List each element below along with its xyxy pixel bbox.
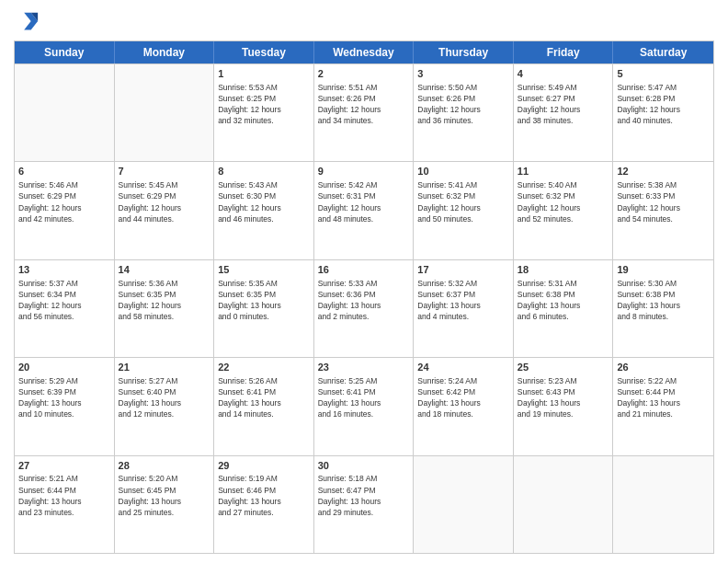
calendar-cell	[414, 456, 514, 553]
calendar-cell: 21Sunrise: 5:27 AM Sunset: 6:40 PM Dayli…	[115, 358, 215, 454]
day-number: 3	[417, 67, 509, 81]
calendar-row: 1Sunrise: 5:53 AM Sunset: 6:25 PM Daylig…	[15, 63, 713, 161]
cell-text: Sunrise: 5:42 AM Sunset: 6:31 PM Dayligh…	[318, 180, 381, 223]
logo-icon	[14, 9, 40, 35]
cell-text: Sunrise: 5:41 AM Sunset: 6:32 PM Dayligh…	[417, 180, 481, 223]
cell-text: Sunrise: 5:24 AM Sunset: 6:42 PM Dayligh…	[417, 376, 481, 419]
calendar-header-cell: Saturday	[613, 41, 713, 63]
calendar-cell: 22Sunrise: 5:26 AM Sunset: 6:41 PM Dayli…	[214, 358, 314, 454]
cell-text: Sunrise: 5:25 AM Sunset: 6:41 PM Dayligh…	[318, 376, 381, 419]
cell-text: Sunrise: 5:38 AM Sunset: 6:33 PM Dayligh…	[617, 180, 680, 223]
calendar-cell: 8Sunrise: 5:43 AM Sunset: 6:30 PM Daylig…	[214, 162, 314, 259]
calendar-header-cell: Monday	[115, 41, 215, 63]
day-number: 22	[218, 361, 310, 374]
calendar-cell: 30Sunrise: 5:18 AM Sunset: 6:47 PM Dayli…	[314, 456, 415, 553]
calendar-cell: 27Sunrise: 5:21 AM Sunset: 6:44 PM Dayli…	[15, 456, 115, 553]
calendar-cell: 4Sunrise: 5:49 AM Sunset: 6:27 PM Daylig…	[514, 64, 614, 161]
day-number: 7	[119, 165, 210, 178]
day-number: 9	[318, 165, 410, 178]
calendar-cell: 24Sunrise: 5:24 AM Sunset: 6:42 PM Dayli…	[414, 358, 514, 454]
calendar-cell: 15Sunrise: 5:35 AM Sunset: 6:35 PM Dayli…	[214, 260, 314, 357]
cell-text: Sunrise: 5:50 AM Sunset: 6:26 PM Dayligh…	[417, 83, 481, 125]
cell-text: Sunrise: 5:22 AM Sunset: 6:44 PM Dayligh…	[617, 376, 680, 419]
day-number: 29	[218, 459, 310, 473]
day-number: 5	[617, 67, 710, 81]
cell-text: Sunrise: 5:26 AM Sunset: 6:41 PM Dayligh…	[218, 376, 281, 419]
day-number: 19	[617, 263, 710, 277]
day-number: 2	[318, 67, 410, 81]
cell-text: Sunrise: 5:30 AM Sunset: 6:38 PM Dayligh…	[617, 279, 680, 321]
calendar-cell	[15, 64, 115, 161]
day-number: 18	[518, 263, 609, 277]
page: SundayMondayTuesdayWednesdayThursdayFrid…	[0, 0, 728, 563]
calendar-cell: 6Sunrise: 5:46 AM Sunset: 6:29 PM Daylig…	[15, 162, 115, 259]
calendar-cell: 26Sunrise: 5:22 AM Sunset: 6:44 PM Dayli…	[613, 358, 713, 454]
header	[14, 9, 714, 35]
calendar-cell: 9Sunrise: 5:42 AM Sunset: 6:31 PM Daylig…	[314, 162, 415, 259]
calendar-row: 6Sunrise: 5:46 AM Sunset: 6:29 PM Daylig…	[15, 161, 713, 259]
day-number: 16	[318, 263, 410, 277]
cell-text: Sunrise: 5:18 AM Sunset: 6:47 PM Dayligh…	[318, 474, 381, 516]
cell-text: Sunrise: 5:27 AM Sunset: 6:40 PM Dayligh…	[119, 376, 182, 419]
calendar-cell: 5Sunrise: 5:47 AM Sunset: 6:28 PM Daylig…	[613, 64, 713, 161]
calendar-cell: 1Sunrise: 5:53 AM Sunset: 6:25 PM Daylig…	[214, 64, 314, 161]
cell-text: Sunrise: 5:53 AM Sunset: 6:25 PM Dayligh…	[218, 83, 281, 125]
cell-text: Sunrise: 5:33 AM Sunset: 6:36 PM Dayligh…	[318, 279, 381, 321]
calendar-header-cell: Wednesday	[314, 41, 415, 63]
cell-text: Sunrise: 5:47 AM Sunset: 6:28 PM Dayligh…	[617, 83, 680, 125]
cell-text: Sunrise: 5:32 AM Sunset: 6:37 PM Dayligh…	[417, 279, 481, 321]
day-number: 6	[18, 165, 110, 178]
cell-text: Sunrise: 5:51 AM Sunset: 6:26 PM Dayligh…	[318, 83, 381, 125]
calendar: SundayMondayTuesdayWednesdayThursdayFrid…	[14, 40, 714, 554]
day-number: 4	[518, 67, 609, 81]
day-number: 10	[417, 165, 509, 178]
calendar-body: 1Sunrise: 5:53 AM Sunset: 6:25 PM Daylig…	[15, 63, 713, 553]
logo	[14, 9, 43, 35]
calendar-cell	[613, 456, 713, 553]
calendar-cell: 16Sunrise: 5:33 AM Sunset: 6:36 PM Dayli…	[314, 260, 415, 357]
day-number: 1	[218, 67, 310, 81]
calendar-header-row: SundayMondayTuesdayWednesdayThursdayFrid…	[15, 41, 713, 63]
calendar-cell	[514, 456, 614, 553]
day-number: 11	[518, 165, 609, 178]
day-number: 28	[119, 459, 210, 473]
calendar-header-cell: Thursday	[414, 41, 514, 63]
calendar-cell: 23Sunrise: 5:25 AM Sunset: 6:41 PM Dayli…	[314, 358, 415, 454]
calendar-cell: 29Sunrise: 5:19 AM Sunset: 6:46 PM Dayli…	[214, 456, 314, 553]
day-number: 12	[617, 165, 710, 178]
calendar-cell: 19Sunrise: 5:30 AM Sunset: 6:38 PM Dayli…	[613, 260, 713, 357]
calendar-header-cell: Sunday	[15, 41, 115, 63]
day-number: 20	[18, 361, 110, 374]
day-number: 26	[617, 361, 710, 374]
calendar-cell	[115, 64, 215, 161]
calendar-cell: 20Sunrise: 5:29 AM Sunset: 6:39 PM Dayli…	[15, 358, 115, 454]
cell-text: Sunrise: 5:31 AM Sunset: 6:38 PM Dayligh…	[518, 279, 581, 321]
cell-text: Sunrise: 5:23 AM Sunset: 6:43 PM Dayligh…	[518, 376, 581, 419]
calendar-cell: 17Sunrise: 5:32 AM Sunset: 6:37 PM Dayli…	[414, 260, 514, 357]
calendar-cell: 7Sunrise: 5:45 AM Sunset: 6:29 PM Daylig…	[115, 162, 215, 259]
cell-text: Sunrise: 5:19 AM Sunset: 6:46 PM Dayligh…	[218, 474, 281, 516]
calendar-cell: 12Sunrise: 5:38 AM Sunset: 6:33 PM Dayli…	[613, 162, 713, 259]
calendar-cell: 3Sunrise: 5:50 AM Sunset: 6:26 PM Daylig…	[414, 64, 514, 161]
cell-text: Sunrise: 5:49 AM Sunset: 6:27 PM Dayligh…	[518, 83, 581, 125]
cell-text: Sunrise: 5:40 AM Sunset: 6:32 PM Dayligh…	[518, 180, 581, 223]
cell-text: Sunrise: 5:35 AM Sunset: 6:35 PM Dayligh…	[218, 279, 281, 321]
day-number: 23	[318, 361, 410, 374]
day-number: 17	[417, 263, 509, 277]
day-number: 14	[119, 263, 210, 277]
day-number: 15	[218, 263, 310, 277]
cell-text: Sunrise: 5:29 AM Sunset: 6:39 PM Dayligh…	[18, 376, 82, 419]
calendar-cell: 18Sunrise: 5:31 AM Sunset: 6:38 PM Dayli…	[514, 260, 614, 357]
day-number: 27	[18, 459, 110, 473]
calendar-cell: 25Sunrise: 5:23 AM Sunset: 6:43 PM Dayli…	[514, 358, 614, 454]
calendar-cell: 2Sunrise: 5:51 AM Sunset: 6:26 PM Daylig…	[314, 64, 415, 161]
calendar-row: 20Sunrise: 5:29 AM Sunset: 6:39 PM Dayli…	[15, 357, 713, 454]
calendar-cell: 10Sunrise: 5:41 AM Sunset: 6:32 PM Dayli…	[414, 162, 514, 259]
cell-text: Sunrise: 5:20 AM Sunset: 6:45 PM Dayligh…	[119, 474, 182, 516]
day-number: 25	[518, 361, 609, 374]
calendar-cell: 11Sunrise: 5:40 AM Sunset: 6:32 PM Dayli…	[514, 162, 614, 259]
calendar-row: 13Sunrise: 5:37 AM Sunset: 6:34 PM Dayli…	[15, 259, 713, 357]
day-number: 21	[119, 361, 210, 374]
day-number: 30	[318, 459, 410, 473]
day-number: 13	[18, 263, 110, 277]
